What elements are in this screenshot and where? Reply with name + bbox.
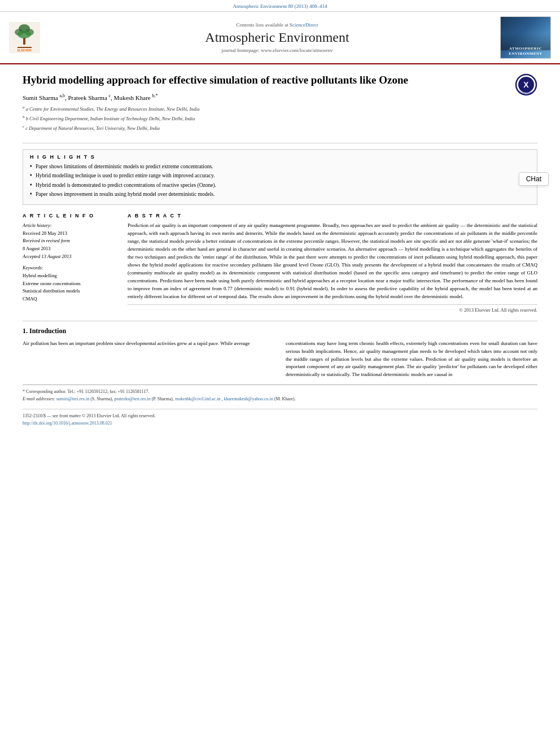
email-mukesh-2[interactable]: kharemukesh@yahoo.co.in — [224, 396, 273, 401]
article-title-text: Hybrid modelling approach for effective … — [23, 73, 509, 137]
doi-line: http://dx.doi.org/10.1016/j.atmosenv.201… — [23, 420, 537, 427]
email-mukesh-suffix: (M. Khare). — [274, 396, 296, 401]
section-title: 1. Introduction — [23, 327, 537, 335]
highlight-item-2: Hybrid modelling technique is used to pr… — [30, 172, 530, 180]
author-sumit: Sumit Sharma a,b, — [23, 94, 68, 101]
affiliation-b: b b Civil Engineering Department, Indian… — [23, 114, 509, 123]
keyword-3: Statistical distribution models — [23, 287, 119, 295]
highlight-item-4: Paper shows improvement in results using… — [30, 191, 530, 198]
issn-line: 1352-2310/$ — see front matter © 2013 El… — [23, 413, 537, 420]
author-mukesh: Mukesh Khare b,* — [114, 94, 158, 101]
intro-right-text: concentrations may have long term chroni… — [286, 340, 537, 379]
article-info-heading: A R T I C L E I N F O — [23, 213, 119, 219]
journal-title: Atmospheric Environment — [65, 30, 489, 45]
sciencedirect-link[interactable]: ScienceDirect — [290, 22, 318, 28]
intro-col-right: concentrations may have long term chroni… — [286, 340, 537, 379]
email-prateek-suffix: (P. Sharma), — [152, 396, 175, 401]
journal-cover-area: ATMOSPHERICENVIRONMENT — [489, 16, 551, 59]
abstract-column: A B S T R A C T Prediction of air qualit… — [128, 213, 537, 312]
footnotes: * Corresponding author. Tel.: +91 112659… — [23, 385, 537, 403]
sciencedirect-prefix: Contents lists available at — [237, 22, 290, 28]
accepted-label: Accepted 13 August 2013 — [23, 253, 119, 261]
bottom-info: 1352-2310/$ — see front matter © 2013 El… — [23, 409, 537, 427]
affiliation-c: c c Department of Natural Resources, Ter… — [23, 124, 509, 132]
highlights-list: Paper shows limitations of deterministic… — [30, 163, 530, 198]
keywords-list: Hybrid modelling Extreme ozone concentra… — [23, 272, 119, 303]
intro-left-text: Air pollution has been an important prob… — [23, 340, 274, 348]
doi-link[interactable]: http://dx.doi.org/10.1016/j.atmosenv.201… — [23, 421, 112, 426]
keyword-4: CMAQ — [23, 295, 119, 303]
highlights-section: H I G H L I G H T S Paper shows limitati… — [23, 149, 537, 205]
journal-header-center: Contents lists available at ScienceDirec… — [65, 22, 489, 53]
journal-reference-bar: Atmospheric Environment 80 (2013) 408–41… — [0, 0, 560, 12]
elsevier-logo: ELSEVIER — [9, 22, 40, 53]
section-heading-text: Introduction — [29, 327, 66, 335]
journal-reference: Atmospheric Environment 80 (2013) 408–41… — [233, 3, 327, 9]
email-sumit-suffix: (S. Sharma), — [90, 396, 114, 401]
crossmark-badge: X CrossMark — [509, 73, 537, 97]
article-info-column: A R T I C L E I N F O Article history: R… — [23, 213, 119, 312]
journal-header: ELSEVIER Contents lists available at Sci… — [0, 12, 560, 64]
svg-rect-6 — [18, 47, 32, 48]
elsevier-tree-icon: ELSEVIER — [9, 22, 40, 53]
history-label: Article history: — [23, 222, 119, 230]
sciencedirect-line: Contents lists available at ScienceDirec… — [65, 22, 489, 28]
revised-date: 8 August 2013 — [23, 246, 51, 251]
article-history: Article history: Received 28 May 2013 Re… — [23, 222, 119, 260]
highlights-title: H I G H L I G H T S — [30, 154, 530, 160]
cover-journal-name: ATMOSPHERICENVIRONMENT — [509, 46, 542, 56]
email-sumit[interactable]: sumits@teri.res.in — [56, 396, 89, 401]
svg-rect-5 — [23, 38, 25, 45]
email-label: E-mail addresses: — [23, 396, 56, 401]
main-content: Hybrid modelling approach for effective … — [0, 64, 560, 436]
highlight-item-1: Paper shows limitations of deterministic… — [30, 163, 530, 171]
abstract-heading: A B S T R A C T — [128, 213, 537, 219]
email-mukesh-1[interactable]: mukeshk@civil.iitd.ac.in — [175, 396, 220, 401]
affiliation-a: a a Centre for Environmental Studies, Th… — [23, 104, 509, 113]
article-title: Hybrid modelling approach for effective … — [23, 73, 509, 88]
keyword-2: Extreme ozone concentrations — [23, 280, 119, 288]
chat-button[interactable]: CHat — [519, 172, 549, 186]
email-addresses: E-mail addresses: sumits@teri.res.in (S.… — [23, 396, 537, 403]
email-prateek[interactable]: prateeks@teri.res.in — [114, 396, 150, 401]
section-number: 1. — [23, 327, 28, 335]
introduction-section: 1. Introduction Air pollution has been a… — [23, 321, 537, 379]
revised-label: Received in revised form — [23, 237, 119, 245]
svg-text:ELSEVIER: ELSEVIER — [18, 49, 32, 52]
journal-cover-image: ATMOSPHERICENVIRONMENT — [500, 16, 551, 59]
crossmark-icon: X CrossMark — [515, 73, 537, 96]
author-prateek: Prateek Sharma c, — [68, 94, 113, 101]
keywords-title: Keywords: — [23, 265, 119, 270]
svg-text:CrossMark: CrossMark — [519, 91, 533, 94]
highlight-item-3: Hybrid model is demonstrated to predict … — [30, 182, 530, 189]
article-info-abstract: A R T I C L E I N F O Article history: R… — [23, 213, 537, 312]
received-date: Received 28 May 2013 — [23, 230, 67, 236]
intro-col-left: Air pollution has been an important prob… — [23, 340, 274, 379]
svg-point-4 — [18, 30, 31, 38]
intro-body: Air pollution has been an important prob… — [23, 340, 537, 379]
copyright: © 2013 Elsevier Ltd. All rights reserved… — [128, 304, 537, 313]
journal-homepage: journal homepage: www.elsevier.com/locat… — [65, 47, 489, 53]
abstract-text: Prediction of air quality is an importan… — [128, 222, 537, 300]
keyword-1: Hybrid modelling — [23, 272, 119, 280]
affiliations: a a Centre for Environmental Studies, Th… — [23, 104, 509, 132]
svg-text:X: X — [523, 80, 529, 89]
elsevier-logo-area: ELSEVIER — [9, 22, 65, 53]
authors-line: Sumit Sharma a,b, Prateek Sharma c, Muke… — [23, 94, 509, 102]
corresponding-author-note: * Corresponding author. Tel.: +91 112659… — [23, 388, 537, 396]
article-title-section: Hybrid modelling approach for effective … — [23, 73, 537, 143]
keywords-section: Keywords: Hybrid modelling Extreme ozone… — [23, 265, 119, 303]
